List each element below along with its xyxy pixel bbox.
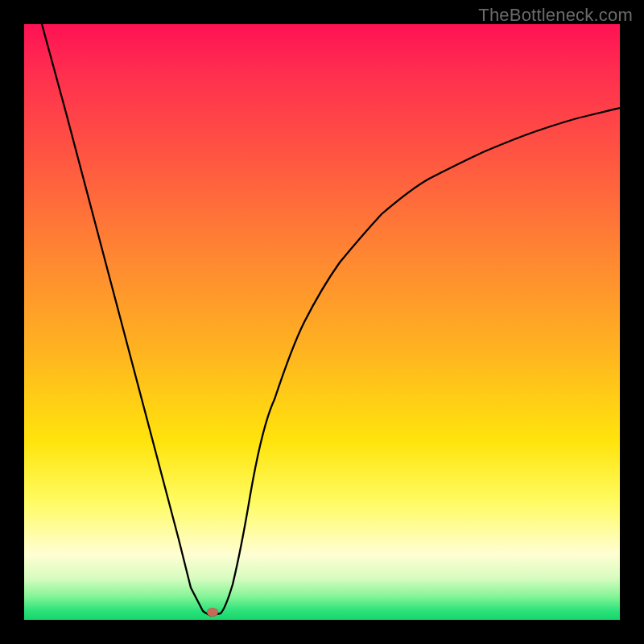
plot-area <box>24 24 620 620</box>
curve-svg <box>24 24 620 620</box>
chart-frame: TheBottleneck.com <box>0 0 644 644</box>
watermark-text: TheBottleneck.com <box>478 5 633 26</box>
minimum-marker <box>207 608 218 617</box>
bottleneck-curve-path <box>42 24 620 616</box>
